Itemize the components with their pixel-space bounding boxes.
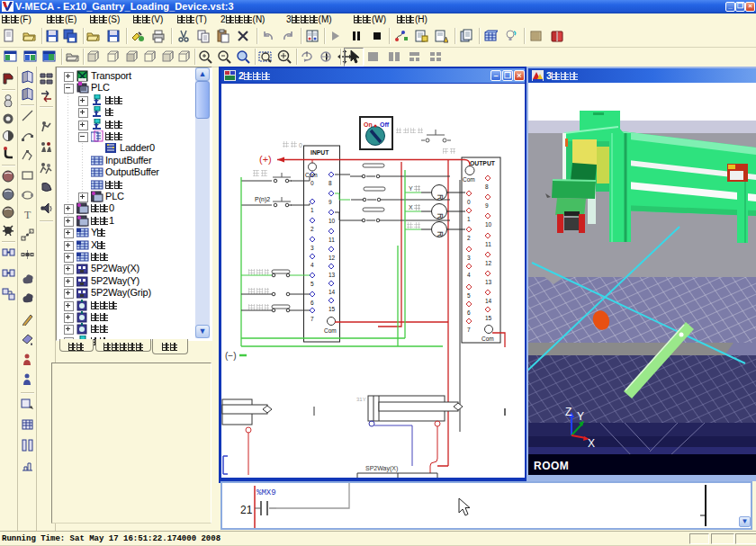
svg-text:0: 0 [467, 199, 471, 205]
svg-text:4: 4 [467, 272, 471, 278]
svg-text:5: 5 [310, 281, 314, 287]
svg-text:7: 7 [310, 316, 314, 322]
svg-text:0: 0 [299, 142, 302, 148]
svg-text:21: 21 [240, 504, 253, 516]
svg-text:SP2Way(X): SP2Way(X) [365, 465, 398, 472]
svg-text:15: 15 [328, 306, 336, 312]
svg-text:7: 7 [467, 327, 471, 333]
svg-text:%MX9: %MX9 [256, 488, 276, 497]
svg-text:14: 14 [328, 289, 336, 295]
svg-text:Com: Com [305, 172, 318, 178]
svg-text:1: 1 [310, 207, 314, 213]
svg-text:Off: Off [380, 121, 390, 128]
svg-text:Com: Com [482, 336, 494, 342]
svg-text:2: 2 [467, 235, 471, 241]
svg-text:11: 11 [328, 237, 335, 243]
svg-text:On: On [364, 121, 373, 128]
svg-text:OUTPUT: OUTPUT [470, 160, 496, 166]
svg-text:1: 1 [467, 216, 471, 222]
svg-text:12: 12 [485, 260, 492, 266]
svg-text:10: 10 [328, 218, 336, 224]
svg-text:8: 8 [328, 180, 332, 186]
svg-text:X: X [409, 204, 413, 210]
svg-text:(+): (+) [259, 154, 272, 165]
svg-text:P(n)2: P(n)2 [255, 196, 270, 203]
svg-text:8: 8 [485, 183, 489, 190]
svg-text:6: 6 [310, 300, 314, 306]
svg-text:R: R [436, 231, 445, 237]
svg-text:13: 13 [485, 279, 492, 285]
svg-text:R: R [436, 213, 445, 219]
svg-text:12: 12 [328, 255, 336, 261]
svg-text:(−): (−) [225, 351, 237, 361]
svg-text:2: 2 [310, 226, 314, 232]
svg-text:5: 5 [467, 292, 471, 299]
svg-text:3: 3 [310, 245, 314, 251]
svg-text:INPUT: INPUT [310, 149, 329, 156]
svg-text:15: 15 [485, 315, 492, 321]
svg-text:3: 3 [467, 255, 471, 261]
svg-text:6: 6 [467, 309, 471, 316]
svg-text:11: 11 [485, 241, 491, 247]
svg-text:0: 0 [310, 180, 314, 186]
svg-text:4: 4 [310, 262, 314, 268]
svg-text:Com: Com [324, 327, 337, 334]
svg-text:10: 10 [485, 221, 492, 228]
svg-text:ROOM: ROOM [534, 460, 569, 472]
svg-text:Y: Y [577, 410, 584, 423]
svg-text:13: 13 [328, 272, 336, 278]
svg-text:Com: Com [463, 176, 475, 183]
svg-text:T: T [24, 209, 32, 221]
svg-text:31Y: 31Y [356, 397, 366, 402]
svg-text:R: R [436, 194, 445, 201]
svg-text:Y: Y [409, 185, 413, 192]
svg-text:X: X [588, 437, 595, 450]
svg-text:9: 9 [328, 199, 332, 205]
svg-text:9: 9 [485, 202, 489, 209]
svg-text:14: 14 [485, 298, 492, 304]
svg-text:Z: Z [565, 406, 572, 418]
